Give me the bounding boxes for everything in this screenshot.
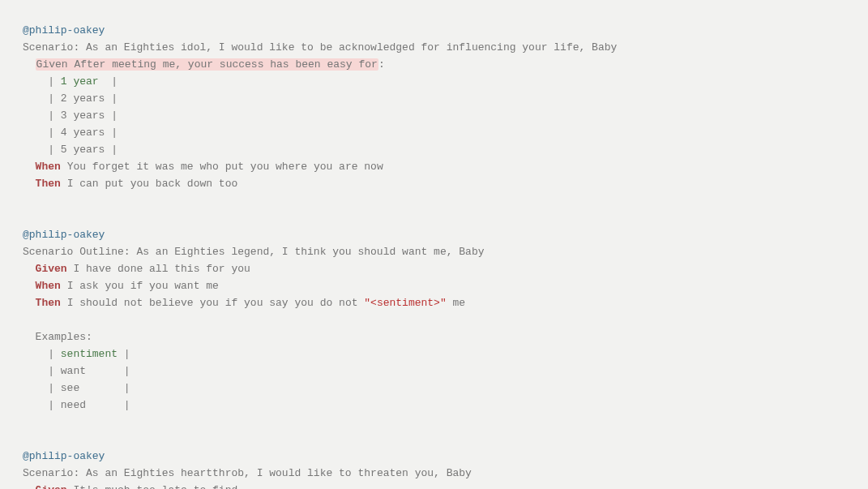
table-cell: 2 years: [61, 92, 105, 105]
examples-keyword: Examples:: [36, 331, 92, 343]
table-row-pre: |: [23, 382, 61, 394]
table-cell: 3 years: [61, 109, 105, 122]
scenario-block-1: @philip-oakey Scenario: As an Eighties i…: [23, 22, 868, 192]
table-cell: 4 years: [61, 127, 105, 139]
gherkin-code-block: @philip-oakey Scenario: As an Eighties i…: [0, 0, 868, 489]
given-step-text: I have done all this for you: [67, 263, 250, 275]
then-keyword: Then: [36, 178, 61, 190]
scenario-title: As an Eighties idol, I would like to be …: [79, 41, 617, 54]
table-row-post: |: [118, 348, 130, 360]
table-row-pre: |: [23, 109, 61, 122]
colon: :: [378, 58, 385, 71]
table-cell: want: [61, 365, 118, 377]
quoted-parameter: "<sentiment>": [364, 297, 446, 309]
scenario-keyword: Scenario:: [23, 467, 79, 479]
scenario-title: As an Eighties heartthrob, I would like …: [79, 467, 472, 479]
table-cell: 5 years: [61, 144, 105, 156]
table-cell: 1 year: [61, 75, 105, 88]
table-row-post: |: [105, 127, 118, 139]
when-step-text: I ask you if you want me: [61, 280, 219, 292]
when-step-text: You forget it was me who put you where y…: [61, 161, 383, 173]
highlighted-given-step: Given After meeting me, your success has…: [36, 58, 378, 71]
then-keyword: Then: [36, 297, 61, 309]
scenario-block-3: @philip-oakey Scenario: As an Eighties h…: [23, 448, 868, 489]
table-row-post: |: [118, 382, 130, 394]
given-keyword: Given: [36, 484, 67, 489]
scenario-title: As an Eighties legend, I think you shoul…: [130, 246, 485, 258]
table-row-pre: |: [23, 127, 61, 139]
table-row-pre: |: [23, 348, 61, 360]
scenario-keyword: Scenario:: [23, 41, 79, 54]
then-step-text: I can put you back down too: [61, 178, 237, 190]
table-row-pre: |: [23, 365, 61, 377]
table-row-pre: |: [23, 92, 61, 105]
table-row-post: |: [105, 109, 118, 122]
scenario-block-2: @philip-oakey Scenario Outline: As an Ei…: [23, 226, 868, 414]
table-row-post: |: [105, 75, 118, 88]
when-keyword: When: [36, 280, 61, 292]
table-row-post: |: [105, 144, 118, 156]
table-row-post: |: [118, 365, 130, 377]
table-cell: see: [61, 382, 118, 394]
table-header-cell: sentiment: [61, 348, 118, 360]
then-step-text: I should not believe you if you say you …: [61, 297, 364, 309]
table-row-pre: |: [23, 75, 61, 88]
given-keyword: Given: [36, 263, 67, 275]
table-row-post: |: [105, 92, 118, 105]
given-step-text: It's much too late to find: [67, 484, 238, 489]
when-keyword: When: [36, 161, 61, 173]
table-cell: need: [61, 399, 118, 411]
tag-annotation: @philip-oakey: [23, 229, 105, 241]
table-row-post: |: [118, 399, 130, 411]
table-row-pre: |: [23, 399, 61, 411]
then-step-text-2: me: [447, 297, 465, 309]
tag-annotation: @philip-oakey: [23, 450, 105, 462]
scenario-outline-keyword: Scenario Outline:: [23, 246, 130, 258]
table-row-pre: |: [23, 144, 61, 156]
tag-annotation: @philip-oakey: [23, 24, 105, 36]
